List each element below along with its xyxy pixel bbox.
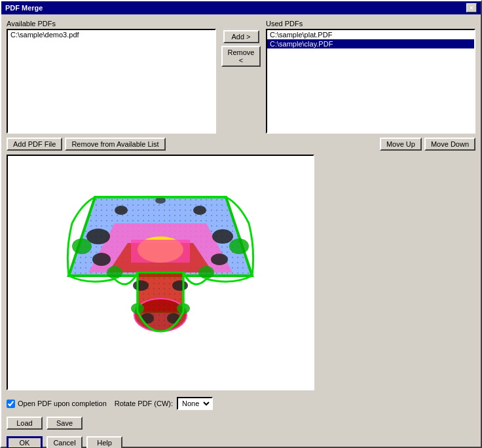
action-buttons: Add PDF File Remove from Available List	[7, 138, 166, 151]
svg-point-26	[229, 238, 249, 254]
remove-from-available-button[interactable]: Remove from Available List	[65, 138, 165, 151]
svg-point-25	[72, 238, 92, 254]
svg-point-27	[107, 266, 122, 279]
svg-point-21	[133, 280, 149, 291]
available-pdfs-panel: Available PDFs C:\sample\demo3.pdf	[7, 20, 216, 134]
svg-point-22	[172, 280, 188, 291]
help-button[interactable]: Help	[86, 436, 122, 448]
pdf-preview-svg	[62, 171, 259, 374]
used-pdfs-label: Used PDFs	[266, 20, 475, 28]
open-pdf-label: Open PDF upon completion	[18, 400, 107, 407]
used-pdfs-panel: Used PDFs C:\sample\plat.PDF C:\sample\c…	[266, 20, 475, 134]
svg-point-28	[198, 266, 214, 279]
cancel-button[interactable]: Cancel	[46, 436, 83, 448]
right-panel	[320, 155, 475, 390]
window-title: PDF Merge	[5, 4, 43, 12]
available-pdfs-label: Available PDFs	[7, 20, 216, 28]
open-pdf-checkbox[interactable]	[7, 400, 15, 408]
title-bar-buttons: ×	[466, 3, 477, 12]
svg-point-15	[92, 253, 111, 266]
options-row: Open PDF upon completion Rotate PDF (CW)…	[7, 394, 475, 410]
add-button[interactable]: Add >	[223, 30, 259, 43]
title-bar: PDF Merge ×	[1, 1, 481, 14]
ok-cancel-buttons: OK Cancel Help	[7, 434, 475, 448]
svg-point-17	[211, 253, 228, 265]
used-pdfs-listbox[interactable]: C:\sample\plat.PDF C:\sample\clay.PDF	[266, 29, 475, 134]
move-down-button[interactable]: Move Down	[424, 138, 475, 151]
list-item[interactable]: C:\sample\demo3.pdf	[8, 30, 215, 39]
list-item[interactable]: C:\sample\clay.PDF	[267, 39, 474, 48]
open-pdf-option[interactable]: Open PDF upon completion	[7, 400, 107, 408]
content-area: Available PDFs C:\sample\demo3.pdf Add >…	[1, 14, 481, 448]
pdf-preview-area	[7, 155, 314, 390]
main-window: PDF Merge × Available PDFs C:\sample\dem…	[0, 0, 482, 448]
close-button[interactable]: ×	[466, 3, 477, 12]
rotate-label: Rotate PDF (CW):	[115, 400, 173, 407]
load-save-buttons: Load Save	[7, 414, 475, 430]
preview-row	[7, 155, 475, 390]
svg-point-18	[115, 206, 128, 215]
move-buttons: Move Up Move Down	[380, 138, 475, 151]
add-pdf-file-button[interactable]: Add PDF File	[7, 138, 62, 151]
list-item[interactable]: C:\sample\plat.PDF	[267, 30, 474, 39]
transfer-buttons: Add > Remove <	[221, 20, 261, 67]
svg-point-19	[193, 206, 206, 215]
ok-button[interactable]: OK	[7, 436, 43, 448]
available-pdfs-listbox[interactable]: C:\sample\demo3.pdf	[7, 29, 216, 134]
svg-point-16	[212, 229, 233, 244]
move-up-button[interactable]: Move Up	[380, 138, 422, 151]
top-section: Available PDFs C:\sample\demo3.pdf Add >…	[7, 20, 475, 134]
rotate-section: Rotate PDF (CW): None 90 180 270	[115, 397, 213, 410]
remove-button[interactable]: Remove <	[221, 46, 261, 67]
svg-rect-7	[131, 240, 190, 263]
save-button[interactable]: Save	[46, 417, 83, 430]
load-button[interactable]: Load	[7, 417, 43, 430]
rotate-select[interactable]: None 90 180 270	[177, 397, 213, 410]
